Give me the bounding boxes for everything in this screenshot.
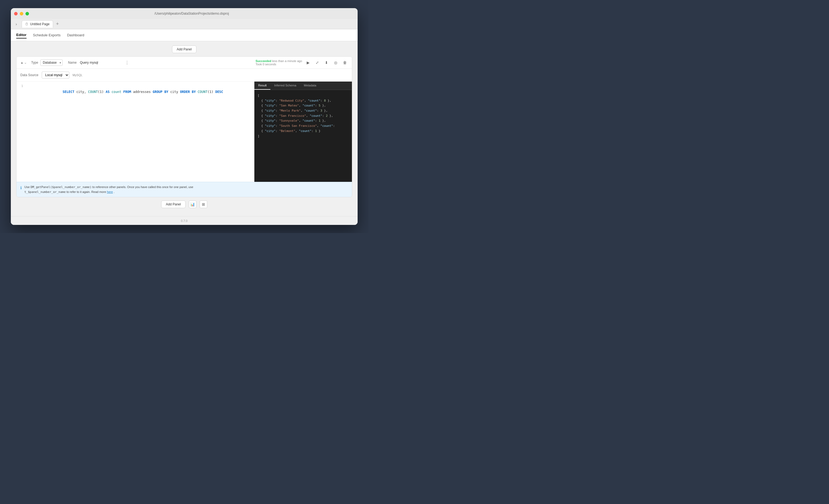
collapse-icon: ▲	[20, 61, 24, 65]
page-icon: 🗒	[25, 22, 29, 26]
datasource-select-wrapper: Local mysql	[42, 72, 69, 79]
table-icon-button[interactable]: ⊞	[200, 201, 207, 208]
result-tabs: Result Inferred Schema Metadata	[254, 81, 352, 90]
toggle-result-button[interactable]: ◎	[332, 59, 339, 66]
panel-main: 1 SELECT city, COUNT(1) AS count FROM ad…	[16, 81, 352, 182]
panel-menu-button[interactable]: ⋮	[125, 60, 129, 65]
content-area: Add Panel ▲ ⌄ Type Database Name ⋮	[11, 41, 358, 216]
name-label: Name	[68, 61, 77, 65]
result-tab-result[interactable]: Result	[254, 81, 271, 90]
query-panel: ▲ ⌄ Type Database Name ⋮ Succeeded less …	[16, 57, 352, 197]
code-editor[interactable]: 1 SELECT city, COUNT(1) AS count FROM ad…	[16, 81, 254, 182]
sidebar-toggle[interactable]: ›	[13, 21, 20, 27]
status-text: Succeeded less than a minute ago Took 0 …	[255, 59, 302, 66]
info-link[interactable]: here	[107, 190, 113, 193]
result-tab-metadata[interactable]: Metadata	[300, 81, 320, 90]
top-add-panel-row: Add Panel	[16, 45, 352, 53]
top-add-panel-button[interactable]: Add Panel	[172, 45, 196, 53]
version-label: 0.7.0	[181, 219, 187, 222]
close-button[interactable]	[14, 12, 17, 15]
datasource-type: MySQL	[73, 73, 83, 77]
type-select-wrapper: Database	[40, 59, 63, 66]
bottom-add-panel-button[interactable]: Add Panel	[161, 201, 185, 208]
result-content: [ { "city": "Redwood City", "count": 8 }…	[254, 90, 352, 182]
main-window: /Users/philipeaton/DataStationProjects/d…	[11, 8, 358, 225]
code-content-1: SELECT city, COUNT(1) AS count FROM addr…	[25, 84, 254, 101]
collapse-chevron: ⌄	[24, 61, 27, 65]
info-icon: ℹ	[20, 185, 22, 191]
datasource-label: Data Source	[20, 73, 38, 77]
datasource-select[interactable]: Local mysql	[42, 72, 69, 79]
panel-header-right: Succeeded less than a minute ago Took 0 …	[255, 59, 348, 66]
type-label: Type	[31, 61, 38, 65]
delete-button[interactable]: 🗑	[341, 59, 348, 66]
name-input[interactable]	[79, 60, 122, 65]
info-bar: ℹ Use DM_getPanel($panel_number_or_name)…	[16, 182, 352, 197]
minimize-button[interactable]	[20, 12, 23, 15]
tabbar: › 🗒 Untitled Page +	[11, 19, 358, 29]
footer: 0.7.0	[11, 216, 358, 225]
status-succeeded: Succeeded	[255, 59, 271, 63]
collapse-button[interactable]: ▲ ⌄	[20, 61, 27, 65]
info-text: Use DM_getPanel($panel_number_or_name) t…	[24, 185, 193, 194]
result-tab-inferred-schema[interactable]: Inferred Schema	[271, 81, 300, 90]
result-panel: Result Inferred Schema Metadata [ { "cit…	[254, 81, 352, 182]
code-line-1: 1 SELECT city, COUNT(1) AS count FROM ad…	[16, 84, 254, 101]
titlebar: /Users/philipeaton/DataStationProjects/d…	[11, 8, 358, 19]
window-title: /Users/philipeaton/DataStationProjects/d…	[29, 12, 354, 15]
navbar: Editor Schedule Exports Dashboard	[11, 29, 358, 41]
nav-schedule-exports[interactable]: Schedule Exports	[33, 32, 61, 38]
page-tab[interactable]: 🗒 Untitled Page	[22, 20, 53, 28]
expand-button[interactable]: ⤢	[314, 59, 321, 66]
datasource-row: Data Source Local mysql MySQL	[16, 69, 352, 81]
download-button[interactable]: ⬇	[323, 59, 330, 66]
line-number-1: 1	[16, 84, 25, 88]
status-detail: less than a minute ago	[272, 59, 302, 63]
nav-editor[interactable]: Editor	[16, 32, 27, 38]
chart-icon-button[interactable]: 📊	[189, 201, 196, 208]
code-area: 1 SELECT city, COUNT(1) AS count FROM ad…	[16, 81, 254, 103]
new-tab-button[interactable]: +	[54, 21, 61, 27]
traffic-lights	[14, 12, 29, 15]
run-button[interactable]: ▶	[305, 59, 311, 66]
panel-header: ▲ ⌄ Type Database Name ⋮ Succeeded less …	[16, 57, 352, 69]
maximize-button[interactable]	[26, 12, 29, 15]
tab-label: Untitled Page	[30, 22, 49, 26]
type-select[interactable]: Database	[40, 59, 63, 66]
panel-body: Data Source Local mysql MySQL 1	[16, 69, 352, 197]
bottom-add-panel-row: Add Panel 📊 ⊞	[16, 201, 352, 208]
status-took: Took 0 seconds	[255, 63, 276, 66]
nav-dashboard[interactable]: Dashboard	[67, 32, 84, 38]
